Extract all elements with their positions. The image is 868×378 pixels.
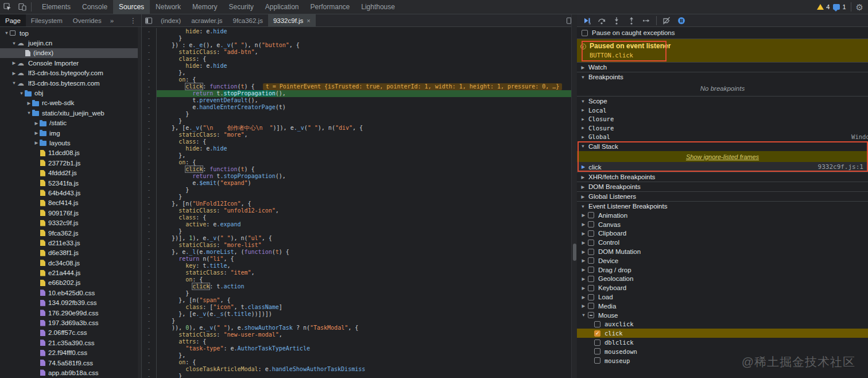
code-line[interactable]: - class: ["icon", t.className] [142, 304, 577, 311]
tree-item[interactable]: 52341fa.js [0, 178, 141, 188]
step-button[interactable] [640, 15, 653, 26]
line-gutter[interactable]: - [142, 166, 157, 173]
line-gutter[interactable]: - [142, 283, 157, 290]
breakpoint-category-media[interactable]: ▶Media [577, 302, 868, 311]
tree-expand-icon[interactable]: ▼ [11, 41, 17, 46]
tree-item[interactable]: (index) [0, 48, 141, 58]
scope-expand-icon[interactable]: ▶ [580, 117, 586, 122]
tree-item[interactable]: d6e38f1.js [0, 248, 141, 258]
editor-tab-acrawlerjs[interactable]: acrawler.js [186, 14, 227, 26]
code-line[interactable]: - t.preventDefault(), [142, 97, 577, 104]
more-tabs-icon[interactable]: » [107, 17, 117, 24]
code-line[interactable]: - attrs: { [142, 338, 577, 345]
section-scope[interactable]: ▼ Scope [577, 96, 868, 106]
line-gutter[interactable]: - [142, 63, 157, 70]
breakpoint-category-dblclick[interactable]: dblclick [577, 338, 868, 347]
category-checkbox[interactable] [588, 303, 594, 309]
category-expand-icon[interactable]: ▶ [581, 267, 586, 272]
line-gutter[interactable]: - [142, 263, 157, 269]
code-line[interactable]: - } [142, 373, 577, 378]
deactivate-breakpoints-button[interactable] [660, 15, 673, 26]
code-line[interactable]: - key: t.title, [142, 263, 577, 269]
section-global-listeners[interactable]: ▶ Global Listeners [577, 191, 868, 201]
line-gutter[interactable]: - [142, 97, 157, 104]
category-checkbox[interactable] [594, 357, 600, 364]
editor-tab-index[interactable]: (index) [156, 14, 186, 26]
category-checkbox[interactable] [588, 240, 594, 246]
line-gutter[interactable]: - [142, 325, 157, 331]
line-gutter[interactable]: - [142, 249, 157, 256]
line-gutter[interactable]: - [142, 194, 157, 200]
editor-scrollbar-thumb[interactable] [573, 244, 576, 261]
code-line[interactable]: - on: { [142, 159, 577, 166]
category-expand-icon[interactable]: ▶ [581, 249, 586, 254]
line-gutter[interactable]: - [142, 269, 157, 276]
code-line[interactable]: - staticClass: "more", [142, 132, 577, 138]
line-gutter[interactable]: - [142, 159, 157, 166]
step-out-button[interactable] [625, 15, 638, 26]
category-expand-icon[interactable]: ▶ [581, 240, 586, 245]
tab-elements[interactable]: Elements [36, 0, 76, 14]
pause-on-exceptions-button[interactable] [675, 15, 688, 26]
tree-expand-icon[interactable]: ▼ [26, 110, 32, 115]
breakpoint-category-geolocation[interactable]: ▶Geolocation [577, 275, 868, 284]
tab-lighthouse[interactable]: Lighthouse [355, 0, 401, 14]
sidebar-tab-filesystem[interactable]: Filesystem [26, 14, 68, 26]
category-checkbox[interactable] [588, 312, 594, 318]
code-line[interactable]: - hide: e.hide [142, 28, 577, 35]
tab-sources[interactable]: Sources [113, 0, 150, 14]
breakpoint-category-auxclick[interactable]: auxclick [577, 320, 868, 329]
show-ignore-listed-frames-link[interactable]: Show ignore-listed frames [686, 153, 759, 160]
category-checkbox[interactable] [588, 221, 594, 227]
line-gutter[interactable]: - [142, 235, 157, 242]
code-line[interactable]: - closeTaskArticleModal: e.handleShowAut… [142, 366, 577, 373]
category-checkbox[interactable] [588, 294, 594, 300]
tree-item[interactable]: 9fca362.js [0, 228, 141, 238]
code-line[interactable]: - }) : e._e(), e._v(" "), n("button", { [142, 42, 577, 49]
tab-performance[interactable]: Performance [305, 0, 356, 14]
code-line[interactable]: - }, [n("UnFold12Icon", { [142, 200, 577, 207]
category-expand-icon[interactable]: ▼ [581, 313, 586, 318]
category-checkbox[interactable] [594, 340, 600, 346]
tab-network[interactable]: Network [150, 0, 187, 14]
tree-item[interactable]: 10.eb425d0.css [0, 288, 141, 298]
section-event-listener-breakpoints[interactable]: ▼ Event Listener Breakpoints [577, 201, 868, 211]
code-line[interactable]: - } [142, 111, 577, 118]
code-line[interactable]: - class: { [142, 138, 577, 145]
sidebar-tab-overrides[interactable]: Overrides [68, 14, 107, 26]
tree-item[interactable]: ▶☁lf3-cdn-tos.bytegoofy.com [0, 68, 141, 78]
breakpoint-category-control[interactable]: ▶Control [577, 238, 868, 247]
editor-tab-9fca362js[interactable]: 9fca362.js [227, 14, 268, 26]
category-expand-icon[interactable]: ▶ [581, 222, 586, 227]
line-gutter[interactable]: - [142, 297, 157, 304]
line-gutter[interactable]: - [142, 70, 157, 76]
tree-item[interactable]: 8ecf414.js [0, 198, 141, 208]
breakpoint-category-animation[interactable]: ▶Animation [577, 211, 868, 220]
line-gutter[interactable]: - [142, 118, 157, 125]
code-line[interactable]: - staticClass: "item", [142, 269, 577, 276]
code-line[interactable]: - click: function(t) { [142, 166, 577, 173]
tree-item[interactable]: ▼☁juejin.cn [0, 38, 141, 48]
tree-item[interactable]: 4fddd2f.js [0, 168, 141, 178]
line-gutter[interactable]: - [142, 187, 157, 194]
category-expand-icon[interactable]: ▶ [581, 303, 586, 308]
line-gutter[interactable]: - [142, 83, 157, 90]
editor-scrollbar[interactable] [571, 14, 577, 378]
line-gutter[interactable]: - [142, 56, 157, 63]
tree-expand-icon[interactable]: ▼ [3, 30, 10, 36]
line-gutter[interactable]: - [142, 180, 157, 187]
scope-expand-icon[interactable]: ▶ [580, 125, 586, 130]
code-line[interactable]: - }, [142, 152, 577, 159]
tree-item[interactable]: 9332c9f.js [0, 218, 141, 227]
source-code-view[interactable]: - hide: e.hide- }- }) : e._e(), e._v(" "… [142, 27, 577, 378]
line-gutter[interactable]: - [142, 373, 157, 378]
line-gutter[interactable]: - [142, 104, 157, 111]
line-gutter[interactable]: - [142, 242, 157, 249]
breakpoint-category-device[interactable]: ▶Device [577, 256, 868, 265]
callstack-frame-click[interactable]: ▶ click 9332c9f.js:1 [577, 162, 868, 172]
category-checkbox[interactable] [594, 348, 600, 354]
category-checkbox[interactable] [588, 257, 594, 264]
code-line[interactable]: - return t.stopPropagation(), [142, 173, 577, 180]
tree-item[interactable]: dc34c08.js [0, 258, 141, 268]
tab-memory[interactable]: Memory [187, 0, 223, 14]
